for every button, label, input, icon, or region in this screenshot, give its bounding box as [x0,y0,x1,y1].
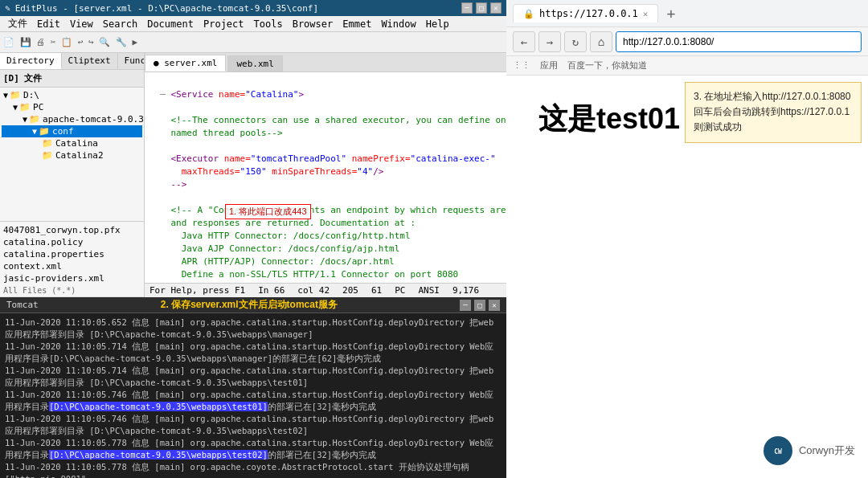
sidebar-label: [D] 文件 [0,70,144,88]
tree-arrow[interactable]: ▼ [3,91,8,100]
menu-window[interactable]: Window [376,18,420,31]
tomcat-title: Tomcat [6,300,39,310]
tomcat-maximize[interactable]: □ [474,300,485,311]
sidebar-tab-functions[interactable]: Functions [118,53,145,69]
code-line: Java HTTP Connector: /docs/config/http.h… [149,231,411,241]
code-editor[interactable]: ─ <Service name="Catalina"> <!--The conn… [145,72,506,283]
browser-tab-active[interactable]: 🔒 https://127.0.0.1 ✕ [513,4,658,22]
code-line: <!-- A "Connector" represents an endpoin… [149,205,506,215]
tomcat-titlebar: Tomcat 2. 保存server.xml文件后启动tomcat服务 ─ □ … [0,297,506,313]
sidebar-tab-directory[interactable]: Directory [0,53,62,69]
window-controls[interactable]: ─ □ ✕ [461,2,502,14]
file-item-pfx[interactable]: 4047081_corwyn.top.pfx [0,224,144,236]
browser-content: 这是test01 3. 在地址栏输入http://127.0.0.1:8080回… [506,76,868,478]
tomcat-close[interactable]: ✕ [489,300,500,311]
tomcat-minimize[interactable]: ─ [460,300,471,311]
editor-area: ● server.xml web.xml ─ <Service name="Ca… [145,53,506,297]
app-container: ✎ EditPlus - [server.xml - D:\PC\apache-… [0,0,868,478]
col-info: col 42 [297,285,330,296]
menu-browser[interactable]: Browser [288,18,338,31]
file-list: 4047081_corwyn.top.pfx catalina.policy c… [0,224,144,284]
sidebar-tab-cliptext[interactable]: Cliptext [62,53,118,69]
browser-tab-bar: 🔒 https://127.0.0.1 ✕ + [506,0,868,27]
tree-item-pc[interactable]: ▼ 📁 PC [2,101,142,113]
file-size: 9,176 [452,285,479,296]
menu-help[interactable]: Help [421,18,454,31]
step1-annotation: 1. 将此端口改成443 [225,204,311,219]
toolbar: 📄 💾 🖨 ✂ 📋 ↩ ↪ 🔍 🔧 ▶ [0,32,506,53]
tree-arrow[interactable]: ▼ [23,115,27,124]
tree-item-conf[interactable]: ▼ 📁 conf [2,125,142,137]
code-line: --> [149,179,186,190]
tomcat-log: 11-Jun-2020 11:10:05.652 信息 [main] org.a… [0,313,506,478]
tab-server-xml[interactable]: ● server.xml [145,55,226,71]
sidebar-tree: ▼ 📁 D:\ ▼ 📁 PC ▼ 📁 apache-tomcat-9.0.35 [0,88,144,221]
back-button[interactable]: ← [513,31,535,52]
log-line: 11-Jun-2020 11:10:05.746 信息 [main] org.a… [5,389,502,413]
stat-num2: 61 [371,285,382,296]
tree-item-tomcat[interactable]: ▼ 📁 apache-tomcat-9.0.35 [2,113,142,125]
menu-project[interactable]: Project [199,18,249,31]
maximize-button[interactable]: □ [476,2,487,14]
step2-label: 2. 保存server.xml文件后启动tomcat服务 [161,298,338,312]
menu-emmet[interactable]: Emmet [338,18,376,31]
tab-close-icon[interactable]: ✕ [643,9,649,19]
log-line: 11-Jun-2020 11:10:05.746 信息 [main] org.a… [5,413,502,437]
new-tab-button[interactable]: + [661,5,680,22]
menu-document[interactable]: Document [142,18,199,31]
tree-arrow[interactable]: ▼ [32,127,37,136]
browser-toolbar: ← → ↻ ⌂ [506,27,868,56]
log-line: 11-Jun-2020 11:10:05.778 信息 [main] org.a… [5,461,502,478]
log-line: 11-Jun-2020 11:10:05.714 信息 [main] org.a… [5,365,502,389]
files-filter-label: All Files (*.*) [0,284,144,297]
bookmark-apps[interactable]: 应用 [540,59,558,71]
menu-bar: 文件 Edit View Search Document Project Too… [0,16,506,32]
close-button[interactable]: ✕ [490,2,502,14]
sidebar-tabs: Directory Cliptext Functions [0,53,144,70]
file-item-jasic[interactable]: jasic-providers.xml [0,272,144,284]
refresh-button[interactable]: ↻ [564,31,587,52]
minimize-button[interactable]: ─ [461,2,473,14]
menu-file[interactable]: 文件 [3,16,32,31]
file-item-policy[interactable]: catalina.policy [0,236,144,248]
tab-web-xml[interactable]: web.xml [227,55,282,71]
file-item-context[interactable]: context.xml [0,260,144,272]
tree-label: apache-tomcat-9.0.35 [43,114,144,125]
tree-arrow[interactable]: ▼ [13,103,18,112]
home-button[interactable]: ⌂ [590,31,612,52]
tree-label: conf [52,126,74,137]
tree-item-catalina[interactable]: 📁 Catalina [2,137,142,149]
logo-svg: CW [766,439,790,463]
sidebar: Directory Cliptext Functions [D] 文件 ▼ 📁 … [0,53,145,297]
tree-label: Catalina2 [55,150,104,161]
folder-icon: 📁 [29,114,40,125]
tomcat-controls[interactable]: ─ □ ✕ [460,300,500,311]
watermark-text: Corwyn开发 [799,443,855,458]
encoding: PC [395,285,405,296]
code-line: <!--The connectors can use a shared exec… [149,115,506,125]
tree-label: PC [33,102,43,112]
titlebar-left: ✎ EditPlus - [server.xml - D:\PC\apache-… [5,3,318,14]
file-item-properties[interactable]: catalina.properties [0,248,144,260]
menu-search[interactable]: Search [98,18,142,31]
tree-item-catalina2[interactable]: 📁 Catalina2 [2,149,142,161]
bookmarks-icon: ⋮⋮ [513,60,530,71]
editplus-inner: Directory Cliptext Functions [D] 文件 ▼ 📁 … [0,53,506,297]
watermark-logo: CW [764,436,792,465]
url-input[interactable] [616,31,862,52]
forward-button[interactable]: → [538,31,561,52]
svg-text:CW: CW [774,448,782,456]
code-line: <Executor name="tomcatThreadPool" namePr… [149,153,496,164]
tree-label: Catalina [55,138,98,149]
code-line: ─ <Service name="Catalina"> [149,89,304,100]
tomcat-window: Tomcat 2. 保存server.xml文件后启动tomcat服务 ─ □ … [0,297,506,478]
bookmark-baidu[interactable]: 百度一下，你就知道 [567,59,647,71]
code-line: maxThreads="150" minSpareThreads="4"/> [149,166,383,177]
menu-view[interactable]: View [65,18,98,31]
menu-tools[interactable]: Tools [249,18,288,31]
toolbar-icons: 📄 💾 🖨 ✂ 📋 ↩ ↪ 🔍 🔧 ▶ [3,37,137,47]
tree-item-drive[interactable]: ▼ 📁 D:\ [2,89,142,101]
menu-edit[interactable]: Edit [32,18,65,31]
editplus-window: ✎ EditPlus - [server.xml - D:\PC\apache-… [0,0,506,297]
log-line: 11-Jun-2020 11:10:05.652 信息 [main] org.a… [5,317,502,341]
